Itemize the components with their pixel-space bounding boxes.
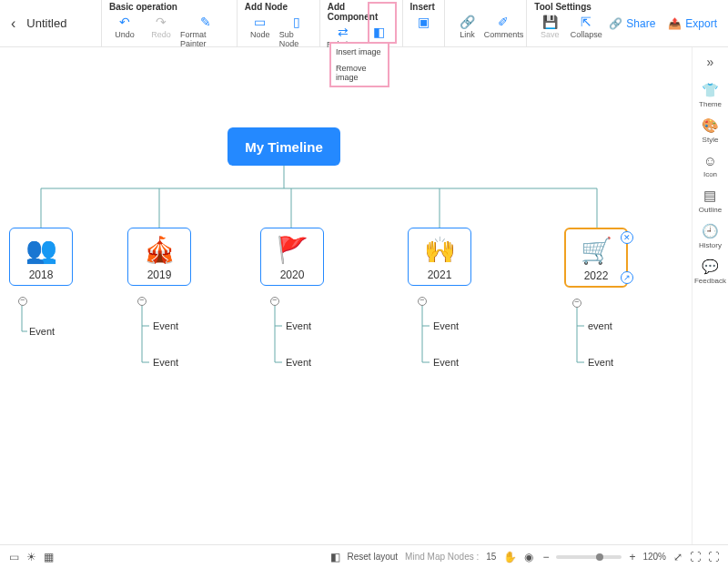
fit-screen-icon[interactable]: ⛶ <box>690 551 701 563</box>
save-icon: 💾 <box>541 14 559 30</box>
zoom-slider[interactable] <box>556 555 622 559</box>
nodes-label: Mind Map Nodes : <box>405 552 479 562</box>
sidepanel-icon[interactable]: ☺Icon <box>703 153 717 178</box>
pencil-icon: ✐ <box>494 14 512 30</box>
collapse-knob-2020[interactable] <box>270 297 279 306</box>
event-2022-1[interactable]: Event <box>588 357 613 368</box>
paintbrush-icon: ✎ <box>197 14 215 30</box>
zoom-out-button[interactable]: − <box>542 551 549 563</box>
celebrate-icon: 🙌 <box>421 232 458 267</box>
image-icon: ▣ <box>414 14 432 30</box>
node-link-handle[interactable]: ↗ <box>621 271 633 284</box>
link-button[interactable]: 🔗Link <box>450 14 484 39</box>
share-icon: 🔗 <box>609 17 622 30</box>
export-icon: 📤 <box>668 17 682 30</box>
sidepanel-history[interactable]: 🕘History <box>699 223 722 249</box>
export-button[interactable]: 📤Export <box>668 17 717 30</box>
save-button[interactable]: 💾Save <box>532 14 567 39</box>
group-add-node: Add Node ▭Node ▯Sub Node <box>238 0 319 46</box>
collapse-icon: ⇱ <box>577 14 595 30</box>
group-add-component: Add Component ⇄Relation. ◧ <box>320 0 402 46</box>
mindmap-canvas[interactable]: My Timeline 👥 2018 Event 🎪 2019 Event Ev… <box>0 47 692 544</box>
event-2018-0[interactable]: Event <box>29 326 55 337</box>
year-node-2019[interactable]: 🎪 2019 <box>127 228 191 286</box>
year-node-2020[interactable]: 🚩 2020 <box>260 228 324 286</box>
sidepanel-theme[interactable]: 👕Theme <box>699 82 722 108</box>
group-basic-operation: Basic operation ↶Undo ↷Redo ✎Format Pain… <box>102 0 237 46</box>
back-button[interactable]: ‹ <box>11 15 15 32</box>
sidepanel-outline[interactable]: ▤Outline <box>699 188 722 214</box>
outline-icon: ▤ <box>703 188 716 204</box>
year-node-2018[interactable]: 👥 2018 <box>9 228 73 286</box>
component-icon: ◧ <box>370 24 389 40</box>
presentation-icon[interactable]: ▭ <box>9 551 19 563</box>
add-node-button[interactable]: ▭Node <box>243 14 278 48</box>
node-close-handle[interactable]: ✕ <box>621 231 633 244</box>
chat-icon: 💬 <box>702 259 719 275</box>
subnode-icon: ▯ <box>288 14 306 30</box>
zoom-percent: 120% <box>642 552 666 562</box>
event-2021-1[interactable]: Event <box>433 357 459 368</box>
add-subnode-button[interactable]: ▯Sub Node <box>279 14 314 48</box>
event-2020-0[interactable]: Event <box>286 320 311 331</box>
event-2020-1[interactable]: Event <box>286 357 311 368</box>
format-painter-button[interactable]: ✎Format Painter <box>180 14 231 48</box>
sidepanel-collapse-button[interactable]: » <box>707 55 714 69</box>
undo-button[interactable]: ↶Undo <box>107 14 142 48</box>
grid-icon[interactable]: ▦ <box>44 551 54 563</box>
people-icon: 👥 <box>23 232 59 267</box>
node-icon: ▭ <box>251 14 269 30</box>
link-icon: 🔗 <box>458 14 476 30</box>
clock-icon: 🕘 <box>702 223 719 239</box>
redo-icon: ↷ <box>152 14 170 30</box>
group-link-comments: 🔗Link ✐Comments <box>444 0 526 46</box>
collapse-button[interactable]: ⇱Collapse <box>569 14 603 39</box>
palette-icon: 🎨 <box>702 117 719 134</box>
sidepanel-style[interactable]: 🎨Style <box>702 117 719 144</box>
flag-steps-icon: 🚩 <box>274 232 310 267</box>
sidepanel-feedback[interactable]: 💬Feedback <box>694 259 726 285</box>
root-node[interactable]: My Timeline <box>228 127 340 166</box>
year-node-2021[interactable]: 🙌 2021 <box>408 228 471 286</box>
group-tool-settings: Tool Settings 💾Save ⇱Collapse <box>527 0 609 46</box>
bottom-bar: ▭ ☀ ▦ ◧ Reset layout Mind Map Nodes : 15… <box>0 544 728 568</box>
insert-image-button[interactable]: ▣ <box>409 14 439 39</box>
collapse-knob-2018[interactable] <box>18 297 27 306</box>
group-title-addcomp: Add Component <box>326 2 397 22</box>
right-sidepanel: » 👕Theme 🎨Style ☺Icon ▤Outline 🕘History … <box>692 47 728 544</box>
group-title-basic: Basic operation <box>107 2 231 12</box>
relation-icon: ⇄ <box>334 24 352 40</box>
connectors-svg <box>0 47 692 539</box>
zoom-thumb[interactable] <box>596 553 603 561</box>
group-title-addnode: Add Node <box>243 2 314 12</box>
document-title[interactable]: Untitled <box>26 16 66 30</box>
shirt-icon: 👕 <box>702 82 719 98</box>
layout-icon[interactable]: ◧ <box>330 551 340 563</box>
brightness-icon[interactable]: ☀ <box>26 551 36 563</box>
share-button[interactable]: 🔗Share <box>609 17 655 30</box>
comments-button[interactable]: ✐Comments <box>486 14 521 39</box>
event-2019-1[interactable]: Event <box>153 357 178 368</box>
collapse-knob-2021[interactable] <box>418 297 427 306</box>
cart-icon: 🛒 <box>578 233 614 268</box>
reset-layout-button[interactable]: Reset layout <box>348 552 399 562</box>
redo-button[interactable]: ↷Redo <box>144 14 178 48</box>
collapse-knob-2022[interactable] <box>572 299 581 308</box>
event-2021-0[interactable]: Event <box>433 320 459 331</box>
gate-icon: 🎪 <box>141 232 177 267</box>
collapse-knob-2019[interactable] <box>137 297 147 306</box>
fit-width-icon[interactable]: ⤢ <box>673 551 682 563</box>
smile-icon: ☺ <box>703 153 717 168</box>
hand-icon[interactable]: ✋ <box>503 551 517 563</box>
top-toolbar: ‹ Untitled Basic operation ↶Undo ↷Redo ✎… <box>0 0 728 47</box>
fullscreen-icon[interactable]: ⛶ <box>708 551 719 563</box>
undo-icon: ↶ <box>116 14 134 30</box>
nodes-count: 15 <box>486 552 496 562</box>
group-title-insert: Insert <box>409 2 439 12</box>
year-node-2022-selected[interactable]: 🛒 2022 ✕ ↗ <box>564 228 628 288</box>
group-insert: Insert ▣ <box>403 0 444 46</box>
eye-icon[interactable]: ◉ <box>524 551 533 563</box>
event-2019-0[interactable]: Event <box>153 320 178 331</box>
event-2022-0[interactable]: event <box>588 320 612 331</box>
zoom-in-button[interactable]: + <box>629 551 635 563</box>
